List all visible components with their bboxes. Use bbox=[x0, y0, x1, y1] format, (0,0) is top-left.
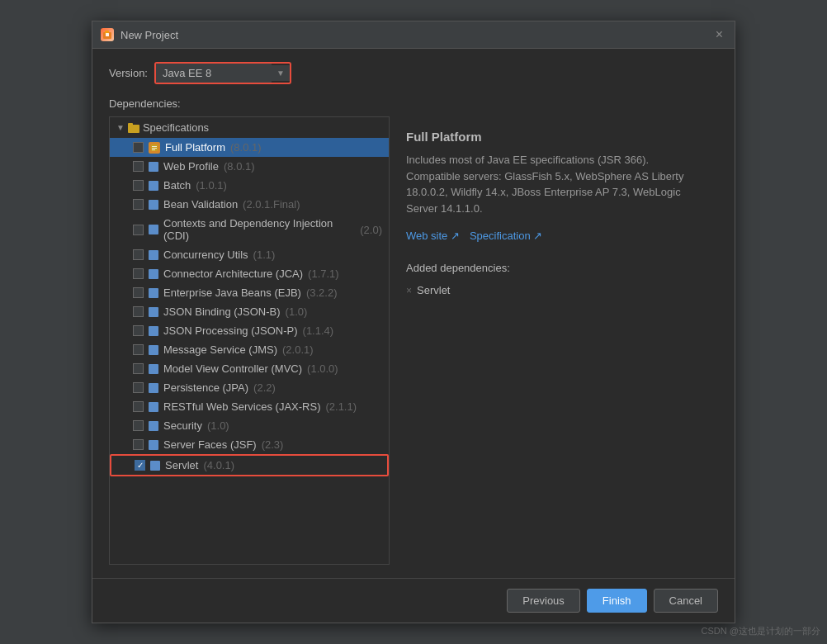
svg-rect-2 bbox=[106, 33, 109, 36]
checkbox-jaxrs[interactable] bbox=[133, 401, 144, 412]
module-icon-security bbox=[149, 421, 158, 431]
tree-item-web-profile[interactable]: Web Profile (8.0.1) bbox=[110, 157, 389, 176]
item-version-jpa: (2.2) bbox=[253, 381, 276, 394]
tree-item-jca[interactable]: Connector Architecture (JCA) (1.7.1) bbox=[110, 264, 389, 283]
module-icon-jsf bbox=[149, 440, 158, 450]
item-version-concurrency: (1.1) bbox=[253, 249, 276, 261]
remove-servlet-button[interactable]: × bbox=[406, 285, 412, 296]
added-dep-servlet: × Servlet bbox=[406, 281, 702, 300]
svg-rect-5 bbox=[152, 148, 157, 149]
item-name-jsonp: JSON Processing (JSON-P) bbox=[163, 324, 298, 337]
title-bar: New Project × bbox=[92, 21, 735, 49]
tree-group-specifications[interactable]: ▼ Specifications bbox=[110, 117, 389, 138]
spec-link[interactable]: Specification ↗ bbox=[470, 230, 542, 242]
select-arrow-icon: ▼ bbox=[272, 65, 290, 81]
item-version-web-profile: (8.0.1) bbox=[224, 160, 255, 173]
svg-rect-4 bbox=[152, 146, 157, 147]
tree-container[interactable]: ▼ Specifications bbox=[110, 117, 389, 564]
module-icon-concurrency bbox=[149, 250, 158, 260]
title-bar-left: New Project bbox=[101, 28, 178, 41]
added-deps-label: Added dependencies: bbox=[406, 262, 702, 274]
module-icon-bean-validation bbox=[149, 200, 158, 210]
close-button[interactable]: × bbox=[712, 26, 726, 43]
item-name-servlet: Servlet bbox=[165, 459, 198, 471]
tree-item-cdi[interactable]: Contexts and Dependency Injection (CDI) … bbox=[110, 214, 389, 245]
folder-icon bbox=[128, 123, 139, 133]
item-name-jsonb: JSON Binding (JSON-B) bbox=[163, 305, 281, 318]
detail-title: Full Platform bbox=[406, 130, 702, 144]
main-content: ▼ Specifications bbox=[109, 116, 718, 565]
tree-item-jsonb[interactable]: JSON Binding (JSON-B) (1.0) bbox=[110, 302, 389, 321]
tree-item-servlet[interactable]: ✓ Servlet (4.0.1) bbox=[110, 454, 389, 476]
module-icon-full-platform bbox=[149, 142, 160, 154]
item-version-batch: (1.0.1) bbox=[196, 179, 227, 192]
item-name-concurrency: Concurrency Utils bbox=[163, 249, 248, 261]
dialog-title: New Project bbox=[121, 29, 178, 41]
checkbox-security[interactable] bbox=[133, 420, 144, 431]
item-name-jca: Connector Architecture (JCA) bbox=[163, 268, 303, 280]
item-name-jaxrs: RESTful Web Services (JAX-RS) bbox=[163, 400, 320, 413]
checkbox-concurrency[interactable] bbox=[133, 249, 144, 260]
tree-item-security[interactable]: Security (1.0) bbox=[110, 416, 389, 435]
item-version-cdi: (2.0) bbox=[360, 224, 382, 236]
finish-button[interactable]: Finish bbox=[587, 589, 647, 613]
module-icon-ejb bbox=[149, 288, 158, 298]
right-panel: Full Platform Includes most of Java EE s… bbox=[390, 116, 718, 565]
tree-item-concurrency[interactable]: Concurrency Utils (1.1) bbox=[110, 245, 389, 264]
checkbox-ejb[interactable] bbox=[133, 287, 144, 298]
tree-item-batch[interactable]: Batch (1.0.1) bbox=[110, 176, 389, 195]
tree-item-ejb[interactable]: Enterprise Java Beans (EJB) (3.2.2) bbox=[110, 283, 389, 302]
cancel-button[interactable]: Cancel bbox=[654, 589, 718, 613]
checkbox-jsf[interactable] bbox=[133, 439, 144, 450]
item-version-ejb: (3.2.2) bbox=[306, 286, 338, 299]
dialog-body: Version: Java EE 8 Java EE 7 Jakarta EE … bbox=[92, 49, 735, 578]
app-icon bbox=[101, 28, 114, 41]
checkbox-cdi[interactable] bbox=[133, 225, 144, 235]
item-name-ejb: Enterprise Java Beans (EJB) bbox=[163, 286, 301, 299]
tree-item-mvc[interactable]: Model View Controller (MVC) (1.0.0) bbox=[110, 359, 389, 378]
previous-button[interactable]: Previous bbox=[507, 589, 580, 613]
checkbox-mvc[interactable] bbox=[133, 363, 144, 374]
tree-item-jpa[interactable]: Persistence (JPA) (2.2) bbox=[110, 378, 389, 397]
svg-rect-6 bbox=[152, 149, 155, 150]
checkbox-servlet[interactable]: ✓ bbox=[135, 460, 145, 471]
checkbox-jsonp[interactable] bbox=[133, 325, 144, 336]
module-icon-jpa bbox=[149, 383, 158, 393]
tree-item-jaxrs[interactable]: RESTful Web Services (JAX-RS) (2.1.1) bbox=[110, 397, 389, 416]
version-label: Version: bbox=[109, 67, 148, 79]
version-select[interactable]: Java EE 8 Java EE 7 Jakarta EE 8 Jakarta… bbox=[156, 64, 272, 83]
module-icon-cdi bbox=[149, 225, 158, 234]
checkbox-jca[interactable] bbox=[133, 268, 144, 279]
module-icon-jsonb bbox=[149, 307, 158, 317]
watermark: CSDN @这也是计划的一部分 bbox=[702, 625, 820, 637]
checkbox-web-profile[interactable] bbox=[133, 161, 144, 172]
item-version-security: (1.0) bbox=[207, 419, 229, 432]
group-label: Specifications bbox=[143, 121, 209, 134]
checkbox-batch[interactable] bbox=[133, 180, 144, 191]
item-version-full-platform: (8.0.1) bbox=[230, 141, 262, 154]
tree-item-jsonp[interactable]: JSON Processing (JSON-P) (1.1.4) bbox=[110, 321, 389, 340]
dep-name-servlet: Servlet bbox=[417, 284, 450, 296]
checkbox-jms[interactable] bbox=[133, 344, 144, 355]
item-name-cdi: Contexts and Dependency Injection (CDI) bbox=[163, 217, 355, 242]
tree-item-bean-validation[interactable]: Bean Validation (2.0.1.Final) bbox=[110, 195, 389, 214]
version-select-wrapper: Java EE 8 Java EE 7 Jakarta EE 8 Jakarta… bbox=[154, 62, 291, 84]
checkbox-full-platform[interactable] bbox=[133, 142, 144, 153]
item-version-jsonp: (1.1.4) bbox=[303, 324, 334, 337]
item-version-servlet: (4.0.1) bbox=[203, 459, 234, 471]
tree-item-jsf[interactable]: Server Faces (JSF) (2.3) bbox=[110, 435, 389, 454]
module-icon-servlet bbox=[150, 461, 160, 471]
checkbox-jpa[interactable] bbox=[133, 382, 144, 393]
website-link[interactable]: Web site ↗ bbox=[406, 230, 460, 242]
dependencies-label: Dependencies: bbox=[109, 97, 718, 110]
item-version-jms: (2.0.1) bbox=[282, 343, 314, 356]
checkbox-bean-validation[interactable] bbox=[133, 199, 144, 210]
item-name-bean-validation: Bean Validation bbox=[163, 198, 238, 211]
checkbox-jsonb[interactable] bbox=[133, 306, 144, 317]
tree-item-full-platform[interactable]: Full Platform (8.0.1) bbox=[110, 138, 389, 157]
item-name-jsf: Server Faces (JSF) bbox=[163, 438, 257, 451]
item-version-mvc: (1.0.0) bbox=[307, 362, 338, 375]
tree-item-jms[interactable]: Message Service (JMS) (2.0.1) bbox=[110, 340, 389, 359]
item-name-security: Security bbox=[163, 419, 202, 432]
left-panel: ▼ Specifications bbox=[109, 116, 390, 565]
